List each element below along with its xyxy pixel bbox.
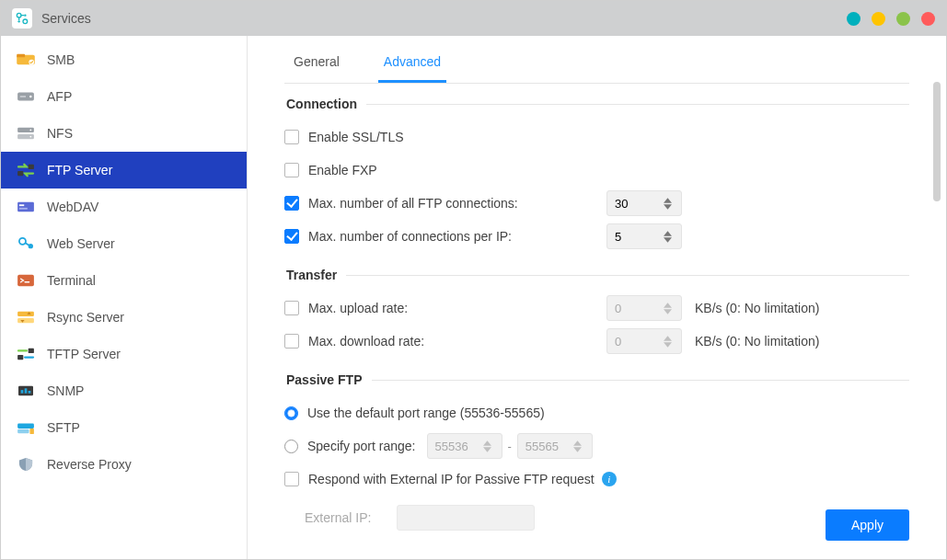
checkbox-enable-fxp[interactable] <box>284 163 299 177</box>
svg-rect-15 <box>17 171 23 176</box>
sidebar-item-afp[interactable]: AFP <box>1 78 247 115</box>
svg-point-12 <box>29 130 31 131</box>
input-max-upload <box>607 302 657 315</box>
input-external-ip <box>397 505 535 531</box>
label-max-per-ip: Max. number of connections per IP: <box>308 229 512 244</box>
webdav-icon <box>16 200 36 214</box>
port-range-dash: - <box>508 440 512 453</box>
svg-rect-5 <box>17 54 25 58</box>
label-enable-ssl: Enable SSL/TLS <box>308 130 404 144</box>
sidebar-item-label: SFTP <box>47 420 80 435</box>
svg-point-0 <box>17 13 21 17</box>
svg-point-3 <box>23 19 28 24</box>
label-external-ip: External IP: <box>305 510 397 525</box>
group-transfer: Transfer Max. upload rate: <box>284 268 909 360</box>
window-button-2[interactable] <box>872 12 885 26</box>
spinner-arrows[interactable] <box>657 191 677 215</box>
sftp-icon <box>16 420 36 435</box>
apply-button[interactable]: Apply <box>826 509 909 541</box>
spinner-max-per-ip[interactable] <box>606 223 682 249</box>
main-panel: General Advanced Connection Enable SSL/T… <box>248 36 946 559</box>
checkbox-enable-ssl[interactable] <box>284 130 299 144</box>
app-window: Services SMB AFP <box>0 0 947 560</box>
shield-icon <box>16 457 36 472</box>
sidebar-item-smb[interactable]: SMB <box>1 41 247 78</box>
svg-rect-27 <box>21 390 24 394</box>
svg-rect-31 <box>17 429 29 433</box>
svg-point-13 <box>29 136 31 138</box>
spinner-port-from[interactable] <box>427 433 502 459</box>
input-port-to <box>518 440 568 453</box>
spinner-max-download[interactable] <box>606 328 682 354</box>
svg-rect-17 <box>19 204 24 206</box>
scrollbar-thumb[interactable] <box>933 82 941 201</box>
svg-point-1 <box>24 14 26 16</box>
label-max-upload: Max. upload rate: <box>308 301 408 315</box>
input-max-download <box>607 335 657 349</box>
sidebar-item-label: WebDAV <box>47 200 98 214</box>
svg-rect-14 <box>29 165 34 169</box>
spinner-arrows <box>478 434 498 458</box>
svg-rect-16 <box>17 202 34 212</box>
window-button-1[interactable] <box>847 12 860 26</box>
spinner-max-upload[interactable] <box>606 295 682 321</box>
checkbox-max-all-connections[interactable] <box>284 196 299 211</box>
sidebar-item-webdav[interactable]: WebDAV <box>1 189 247 225</box>
info-icon[interactable]: i <box>602 472 617 486</box>
spinner-arrows[interactable] <box>657 224 677 248</box>
spinner-arrows <box>568 434 588 458</box>
tab-general[interactable]: General <box>288 41 345 83</box>
svg-rect-21 <box>17 275 34 286</box>
group-passive-ftp: Passive FTP Use the default port range (… <box>284 372 909 536</box>
web-server-icon <box>16 236 36 251</box>
sidebar-item-ftp-server[interactable]: FTP Server <box>1 152 247 189</box>
scrollbar[interactable] <box>933 82 941 504</box>
sidebar-item-tftp-server[interactable]: TFTP Server <box>1 336 247 372</box>
sidebar-item-label: Terminal <box>47 273 96 288</box>
sidebar-item-sftp[interactable]: SFTP <box>1 409 247 446</box>
svg-rect-18 <box>19 208 28 210</box>
sidebar-item-snmp[interactable]: SNMP <box>1 372 247 409</box>
drive-stack-icon <box>16 126 36 141</box>
sidebar-item-web-server[interactable]: Web Server <box>1 225 247 262</box>
sidebar-item-label: NFS <box>47 126 73 141</box>
svg-point-8 <box>29 96 31 97</box>
checkbox-max-download[interactable] <box>284 334 299 349</box>
sidebar-item-terminal[interactable]: Terminal <box>1 262 247 299</box>
ftp-transfer-icon <box>16 163 36 177</box>
label-max-all-connections: Max. number of all FTP connections: <box>308 196 518 211</box>
checkbox-max-per-ip[interactable] <box>284 229 299 244</box>
label-specify-port-range: Specify port range: <box>307 439 416 453</box>
sidebar-item-label: AFP <box>47 89 72 104</box>
sidebar-item-label: SMB <box>47 52 75 67</box>
group-legend-connection: Connection <box>284 97 366 111</box>
window-title: Services <box>41 11 91 26</box>
rsync-icon <box>16 310 36 325</box>
unit-download: KB/s (0: No limitation) <box>695 334 819 349</box>
folder-share-icon <box>16 52 36 67</box>
sidebar-item-rsync-server[interactable]: Rsync Server <box>1 299 247 336</box>
svg-point-2 <box>17 20 19 22</box>
radio-default-port-range[interactable] <box>284 406 298 420</box>
checkbox-respond-external-ip[interactable] <box>284 472 299 486</box>
sidebar-item-nfs[interactable]: NFS <box>1 115 247 152</box>
input-max-per-ip[interactable] <box>607 230 657 244</box>
sidebar-item-label: Reverse Proxy <box>47 457 132 472</box>
tab-advanced[interactable]: Advanced <box>378 41 446 83</box>
radio-specify-port-range[interactable] <box>284 440 298 453</box>
svg-rect-30 <box>17 424 34 429</box>
spinner-port-to[interactable] <box>517 433 593 459</box>
group-connection: Connection Enable SSL/TLS Enable FXP Max… <box>284 97 909 255</box>
tabs: General Advanced <box>284 41 909 84</box>
sidebar-item-reverse-proxy[interactable]: Reverse Proxy <box>1 446 247 483</box>
svg-rect-23 <box>17 318 34 323</box>
terminal-icon <box>16 273 36 288</box>
window-button-3[interactable] <box>896 12 910 26</box>
tftp-icon <box>16 347 36 361</box>
input-max-all-connections[interactable] <box>607 197 657 211</box>
sidebar: SMB AFP NFS FTP Server <box>1 36 248 559</box>
spinner-max-all-connections[interactable] <box>606 190 682 216</box>
drive-icon <box>16 89 36 104</box>
checkbox-max-upload[interactable] <box>284 301 299 315</box>
window-button-close[interactable] <box>921 12 935 26</box>
